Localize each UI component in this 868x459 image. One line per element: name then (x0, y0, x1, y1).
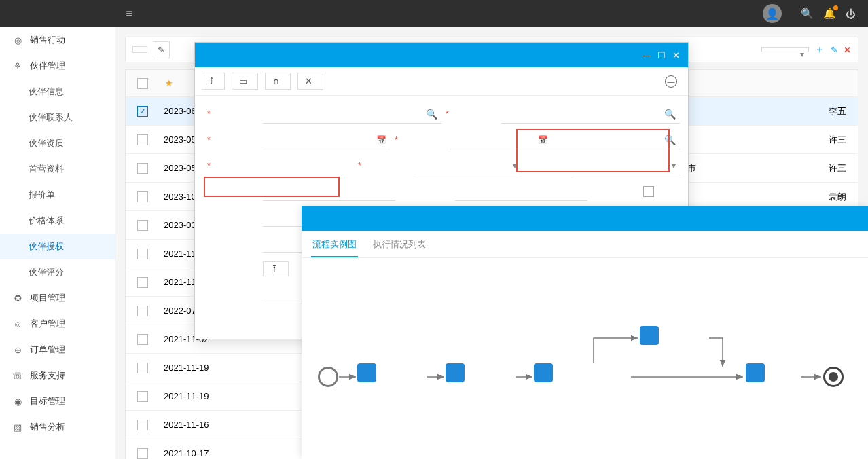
chevron-down-icon[interactable]: ▾ (672, 161, 676, 170)
power-icon[interactable]: ⏻ (846, 8, 856, 20)
sidebar-icon: ▨ (12, 422, 23, 433)
sidebar-item-label: 伙伴联系人 (29, 111, 73, 124)
edit-icon[interactable]: ✎ (153, 41, 170, 58)
menu-toggle-icon[interactable]: ≡ (115, 7, 143, 20)
row-checkbox[interactable] (137, 220, 148, 231)
sidebar-item[interactable]: ⊕订单管理 (0, 337, 115, 363)
sidebar-item-label: 首营资料 (29, 163, 64, 175)
cell-date: 2021-10-17 (160, 448, 241, 458)
sidebar-item[interactable]: 价格体系 (0, 208, 115, 234)
flow-node-1[interactable] (357, 363, 376, 382)
sidebar-item[interactable]: ◉目标管理 (0, 388, 115, 414)
calendar-icon[interactable]: 📅 (538, 135, 548, 145)
sidebar-item[interactable]: 伙伴信息 (0, 79, 115, 105)
sidebar: ◎销售行动⚘伙伴管理伙伴信息伙伴联系人伙伴资质首营资料报价单价格体系伙伴授权伙伴… (0, 27, 115, 459)
row-checkbox[interactable] (137, 277, 148, 288)
sidebar-item-label: 订单管理 (30, 344, 65, 356)
scheme-add-icon[interactable]: ＋ (814, 43, 825, 57)
deposit-input[interactable] (455, 182, 587, 201)
sidebar-item-label: 服务支持 (30, 369, 65, 382)
search-icon[interactable]: 🔍 (664, 134, 676, 145)
sidebar-item[interactable]: ☺客户管理 (0, 311, 115, 337)
cell-owner: 许三 (817, 134, 858, 146)
sidebar-item[interactable]: 伙伴资质 (0, 130, 115, 156)
row-checkbox[interactable] (137, 163, 148, 174)
sidebar-item[interactable]: 伙伴评分 (0, 259, 115, 285)
flow-tabs: 流程实例图执行情况列表 (302, 231, 868, 258)
row-checkbox[interactable] (137, 134, 148, 145)
flow-node-5[interactable] (746, 363, 765, 382)
sidebar-item[interactable]: ✪项目管理 (0, 285, 115, 311)
sidebar-icon: ☺ (12, 319, 23, 329)
row-checkbox[interactable] (137, 334, 148, 345)
submit-button[interactable]: ⤴ (202, 73, 225, 90)
search-icon[interactable]: 🔍 (664, 109, 676, 120)
checkbox-all[interactable] (137, 78, 148, 89)
sidebar-item-label: 伙伴授权 (29, 240, 64, 253)
cell-date: 2021-11-16 (160, 420, 241, 430)
sales-target-input[interactable] (263, 182, 395, 201)
avatar[interactable]: 👤 (763, 4, 782, 23)
toolbar-right: ＋ ✎ ✕ (751, 43, 851, 57)
sidebar-item[interactable]: ◎销售行动 (0, 27, 115, 53)
chevron-down-icon[interactable]: ▾ (513, 161, 517, 170)
sidebar-item[interactable]: ⚘伙伴管理 (0, 53, 115, 79)
row-checkbox[interactable] (137, 448, 148, 459)
scheme-select[interactable] (761, 47, 809, 52)
scheme-delete-icon[interactable]: ✕ (844, 45, 851, 55)
row-checkbox[interactable]: ✓ (137, 106, 148, 117)
flow-node-3[interactable] (534, 363, 553, 382)
row-checkbox[interactable] (137, 191, 148, 202)
sidebar-item[interactable]: 首营资料 (0, 156, 115, 182)
contact-input[interactable] (501, 105, 680, 124)
sidebar-item[interactable]: 伙伴授权 (0, 234, 115, 259)
minimize-icon[interactable]: — (642, 50, 651, 60)
cell-date: 2021-11-19 (160, 391, 241, 401)
sidebar-item-label: 报价单 (29, 189, 55, 201)
end-date-input[interactable] (450, 130, 552, 149)
flow-node-2[interactable] (446, 363, 465, 382)
sidebar-item-label: 项目管理 (30, 292, 65, 304)
search-icon[interactable]: 🔍 (801, 7, 814, 20)
flow-start-node (318, 367, 338, 387)
upload-button[interactable]: ⭱ (263, 261, 289, 276)
sidebar-item[interactable]: 报价单 (0, 182, 115, 208)
mode-normal[interactable]: — (665, 75, 681, 88)
star-icon: ★ (165, 78, 173, 88)
row-checkbox[interactable] (137, 306, 148, 316)
row-checkbox[interactable] (137, 363, 148, 373)
sidebar-item[interactable]: 伙伴联系人 (0, 105, 115, 130)
flow-tab[interactable]: 流程实例图 (311, 233, 358, 257)
need-account-checkbox[interactable] (643, 186, 654, 197)
sidebar-item-label: 价格体系 (29, 215, 64, 227)
flow-tab[interactable]: 执行情况列表 (372, 233, 427, 257)
province-select[interactable] (414, 156, 521, 175)
flow-node-4[interactable] (640, 326, 659, 345)
sidebar-item-label: 目标管理 (30, 395, 65, 407)
sidebar-item[interactable]: ▨销售分析 (0, 414, 115, 440)
search-icon[interactable]: 🔍 (426, 109, 437, 120)
product-line-input[interactable] (552, 130, 680, 149)
auth-target-input[interactable] (263, 105, 441, 124)
cell-owner: 许三 (817, 162, 858, 175)
viewflow-button[interactable]: ⋔ (265, 73, 291, 90)
maximize-icon[interactable]: ☐ (657, 50, 666, 60)
calendar-icon[interactable]: 📅 (376, 135, 386, 145)
save-button[interactable]: ▭ (232, 73, 258, 90)
sidebar-icon: ✪ (12, 293, 23, 304)
row-checkbox[interactable] (137, 249, 148, 259)
sidebar-item-label: 伙伴评分 (29, 266, 64, 278)
sidebar-icon: ⊕ (12, 345, 23, 355)
row-checkbox[interactable] (137, 391, 148, 402)
add-button[interactable] (132, 46, 147, 53)
scheme-edit-icon[interactable]: ✎ (831, 45, 838, 55)
sidebar-icon: ☏ (12, 371, 23, 381)
city-select[interactable] (573, 156, 680, 175)
sidebar-item[interactable]: ☏服务支持 (0, 363, 115, 388)
start-date-input[interactable] (263, 130, 391, 149)
row-checkbox[interactable] (137, 420, 148, 430)
close-icon[interactable]: ✕ (672, 50, 680, 60)
flow-edges (302, 258, 868, 435)
close-button[interactable]: ✕ (297, 73, 323, 90)
bell-icon[interactable]: 🔔 (823, 7, 836, 20)
